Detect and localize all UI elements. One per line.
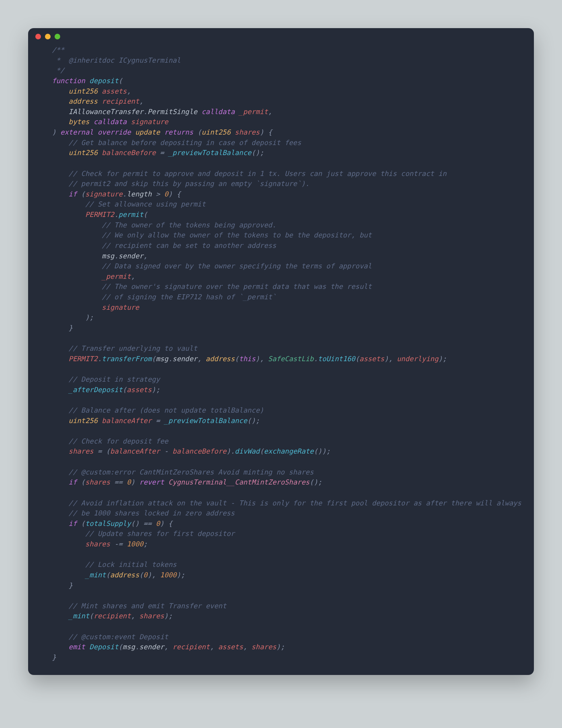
code-token: ) [260,128,264,136]
minimize-icon[interactable] [45,34,51,39]
code-token [77,519,81,528]
code-token [173,190,177,198]
code-token: , [152,571,156,579]
code-token: , [210,643,214,651]
maximize-icon[interactable] [55,34,60,39]
code-token: ( [81,519,85,528]
code-token: calldata [202,108,235,116]
code-token [156,571,160,579]
code-token: // Balance after (does not update totalB… [69,406,264,414]
code-token [56,128,60,136]
code-token: IAllowanceTransfer [69,108,143,116]
code-token [127,118,131,126]
code-token: { [177,190,181,198]
code-token [160,447,164,455]
code-token: address [69,97,98,105]
code-token: , [139,97,143,105]
code-token: // Data signed over by the owner specify… [102,262,372,270]
code-token: uint256 [69,87,98,95]
code-token: ( [143,211,147,219]
code-token: } [52,653,56,661]
code-token [102,447,106,455]
code-token [122,478,126,486]
code-token: _afterDeposit [69,386,123,394]
code-token: divWad [235,447,260,455]
code-token: // Check for permit to approve and depos… [69,170,447,178]
code-token: override [98,128,131,136]
code-token: ( [235,355,239,363]
code-token: { [268,128,272,136]
code-token: ) [256,149,260,157]
code-token: -= [114,540,123,548]
code-token: // The owner's signature over the permit… [102,282,372,290]
code-token: ( [90,612,94,620]
code-token [164,478,168,486]
code-token: ; [143,540,147,548]
code-token: . [168,355,172,363]
code-token: // Lock initial tokens [85,560,177,568]
code-token [135,478,139,486]
code-token: shares [139,612,164,620]
code-token: balanceAfter [102,417,152,425]
code-token [110,478,114,486]
code-token: shares [251,643,276,651]
code-token: _previewTotalBalance [164,417,247,425]
code-token: _permit [102,272,131,280]
code-token: length [127,190,152,198]
code-token: { [168,519,172,528]
code-token [152,519,156,528]
code-token: msg [102,252,114,260]
code-token: shares [235,128,260,136]
code-token: signature [102,303,139,311]
code-token: ) [256,355,260,363]
code-token: toUint160 [318,355,355,363]
code-token: ( [131,519,135,528]
code-token [85,77,89,85]
code-token [160,417,164,425]
code-token [98,87,102,95]
code-token: returns [164,128,193,136]
code-token: , [243,643,247,651]
code-token: balanceAfter [110,447,160,455]
code-token: ) [251,417,255,425]
code-token: uint256 [69,149,98,157]
code-token: // Deposit in strategy [69,375,160,383]
code-token: */ [56,66,65,74]
code-token: ; [326,447,330,455]
code-token: assets [359,355,384,363]
code-token: ( [314,447,318,455]
code-token [152,190,156,198]
code-token: assets [127,386,152,394]
code-token: address [206,355,234,363]
code-token [264,128,268,136]
code-token [156,149,160,157]
code-token: 0 [156,519,160,528]
code-token: . [135,643,139,651]
code-token [152,417,156,425]
code-token: , [131,272,135,280]
code-token: , [268,108,272,116]
code-token: ( [106,447,110,455]
code-token [110,540,114,548]
code-token: ) [384,355,388,363]
code-token: , [389,355,393,363]
code-token: 1000 [127,540,143,548]
code-token: update [135,128,160,136]
code-token: = [156,417,160,425]
window-titlebar [28,28,534,45]
code-token: 1000 [160,571,177,579]
code-token: PERMIT2 [69,355,98,363]
code-token: shares [69,447,94,455]
code-token: function [52,77,85,85]
code-token [160,128,164,136]
code-token [264,355,268,363]
code-token: bytes [69,118,90,126]
code-token: ) [177,571,181,579]
code-token [98,97,102,105]
close-icon[interactable] [35,34,41,39]
code-token: assets [102,87,127,95]
code-token: exchangeRate [264,447,314,455]
code-token: sender [173,355,198,363]
code-token: // @custom:event Deposit [69,633,168,641]
code-token: // of signing the EIP712 hash of `_permi… [102,293,277,301]
